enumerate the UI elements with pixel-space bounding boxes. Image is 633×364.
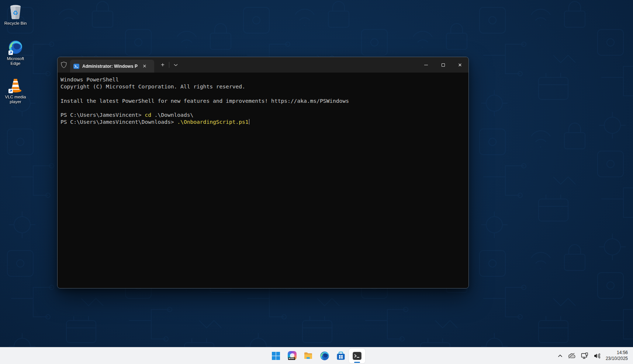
desktop-icon-label: Microsoft Edge <box>2 56 29 66</box>
terminal-viewport[interactable]: Windows PowerShellCopyright (C) Microsof… <box>58 73 468 288</box>
terminal-cursor <box>249 119 250 125</box>
terminal-line: PS C:\Users\JamesVincent\Downloads> .\On… <box>60 118 466 125</box>
svg-text:♻: ♻ <box>13 9 18 17</box>
shortcut-arrow-icon <box>8 89 13 93</box>
terminal-line: Copyright (C) Microsoft Corporation. All… <box>60 83 466 90</box>
tab-dropdown-button[interactable] <box>170 57 181 73</box>
taskbar: M365 <box>0 347 633 364</box>
terminal-tab[interactable]: Administrator: Windows PowerShell ✕ <box>70 60 154 73</box>
tab-close-icon[interactable]: ✕ <box>141 62 149 70</box>
hidden-icons-button[interactable] <box>556 349 564 363</box>
terminal-line: PS C:\Users\JamesVincent> cd .\Downloads… <box>60 111 466 118</box>
admin-shield-icon <box>58 57 70 73</box>
start-button[interactable] <box>268 349 284 363</box>
terminal-titlebar[interactable]: Administrator: Windows PowerShell ✕ + ✕ <box>58 57 468 73</box>
titlebar-separator <box>169 62 169 68</box>
microsoft-store-icon <box>336 351 346 361</box>
edge-icon <box>320 351 329 361</box>
maximize-button[interactable] <box>435 57 452 73</box>
onedrive-status-button[interactable] <box>566 349 578 363</box>
tray-date: 23/10/2025 <box>606 356 628 362</box>
terminal-line <box>60 104 466 111</box>
desktop-icon-vlc[interactable]: VLC media player <box>0 77 31 104</box>
network-button[interactable] <box>579 349 590 363</box>
m365-copilot-button[interactable]: M365 <box>284 349 300 363</box>
desktop-icon-recycle-bin[interactable]: ♻ Recycle Bin <box>0 4 31 26</box>
tab-title: Administrator: Windows PowerShell <box>82 64 138 69</box>
terminal-icon <box>352 351 362 361</box>
powershell-icon <box>73 63 79 69</box>
edge-icon <box>7 39 24 55</box>
windows-logo-icon <box>271 351 280 360</box>
desktop-icon-label: VLC media player <box>2 95 29 104</box>
desktop-icon-microsoft-edge[interactable]: Microsoft Edge <box>0 39 31 66</box>
minimize-button[interactable] <box>418 57 435 73</box>
new-tab-button[interactable]: + <box>157 57 168 73</box>
m365-badge: M365 <box>288 357 295 360</box>
file-explorer-button[interactable] <box>300 349 316 363</box>
desktop-icon-label: Recycle Bin <box>4 21 27 26</box>
chevron-up-icon <box>558 354 563 357</box>
onedrive-disconnected-icon <box>568 353 576 359</box>
edge-taskbar-button[interactable] <box>316 349 333 363</box>
volume-icon <box>594 353 600 359</box>
recycle-bin-icon: ♻ <box>7 4 24 20</box>
terminal-line: Install the latest PowerShell for new fe… <box>60 97 466 104</box>
terminal-line: Windows PowerShell <box>60 76 466 83</box>
tray-time: 14:56 <box>606 350 628 356</box>
folder-icon <box>304 351 313 361</box>
vlc-icon <box>7 77 24 94</box>
terminal-taskbar-button[interactable] <box>349 349 365 363</box>
volume-button[interactable] <box>592 349 602 363</box>
store-button[interactable] <box>333 349 349 363</box>
clock[interactable]: 14:56 23/10/2025 <box>603 350 631 361</box>
terminal-line <box>60 90 466 97</box>
ethernet-network-icon <box>581 353 588 359</box>
terminal-window: Administrator: Windows PowerShell ✕ + ✕ … <box>57 57 469 288</box>
close-button[interactable]: ✕ <box>452 57 468 73</box>
shortcut-arrow-icon <box>8 50 13 55</box>
